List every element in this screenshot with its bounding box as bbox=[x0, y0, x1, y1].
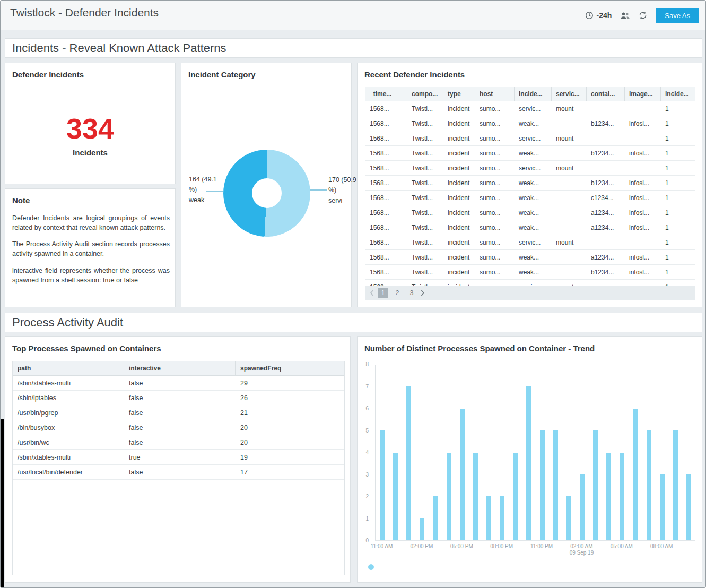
column-header[interactable]: image... bbox=[625, 87, 661, 101]
trend-bar[interactable] bbox=[647, 430, 651, 540]
trend-bar-slot bbox=[376, 365, 389, 540]
trend-bar[interactable] bbox=[660, 474, 665, 540]
table-row[interactable]: 1568...Twistl...incidentsumo...weak...b1… bbox=[365, 116, 695, 131]
table-row[interactable]: /sbin/xtables-multifalse29 bbox=[13, 376, 344, 391]
trend-bar[interactable] bbox=[406, 386, 411, 540]
table-row[interactable]: 1568...Twistl...incidentsumo...servic...… bbox=[365, 280, 695, 286]
table-row[interactable]: /sbin/xtables-multitrue19 bbox=[13, 450, 344, 465]
table-cell: Twistl... bbox=[407, 265, 443, 279]
table-row[interactable]: 1568...Twistl...incidentsumo...weak...a1… bbox=[365, 205, 695, 220]
trend-bar-slot bbox=[589, 365, 602, 540]
column-header[interactable]: compo... bbox=[407, 87, 443, 101]
page-button-3[interactable]: 3 bbox=[406, 288, 417, 298]
trend-bar[interactable] bbox=[500, 496, 504, 540]
column-header[interactable]: path bbox=[13, 361, 124, 375]
trend-bar-slot bbox=[669, 365, 682, 540]
table-row[interactable]: 1568...Twistl...incidentsumo...weak...b1… bbox=[365, 176, 695, 191]
table-row[interactable]: /sbin/iptablesfalse26 bbox=[13, 391, 344, 405]
trend-bar[interactable] bbox=[673, 430, 678, 540]
table-cell: incident bbox=[443, 116, 475, 131]
table-cell: incident bbox=[443, 146, 475, 160]
table-row[interactable]: /usr/local/bin/defenderfalse17 bbox=[13, 465, 344, 480]
trend-bar[interactable] bbox=[460, 409, 465, 540]
table-row[interactable]: 1568...Twistl...incidentsumo...servic...… bbox=[365, 161, 695, 176]
trend-bar[interactable] bbox=[380, 430, 385, 540]
column-header[interactable]: contai... bbox=[587, 87, 625, 101]
page-button-2[interactable]: 2 bbox=[392, 288, 403, 298]
refresh-icon[interactable] bbox=[639, 11, 647, 20]
table-row[interactable]: /usr/bin/pgrepfalse21 bbox=[13, 405, 344, 420]
trend-bar[interactable] bbox=[566, 496, 571, 540]
trend-bar[interactable] bbox=[620, 453, 624, 541]
table-cell: false bbox=[124, 435, 236, 449]
column-header[interactable]: type bbox=[443, 87, 475, 101]
trend-bar[interactable] bbox=[526, 386, 531, 540]
column-header[interactable]: interactive bbox=[124, 361, 236, 375]
trend-bar[interactable] bbox=[606, 453, 611, 541]
trend-bar[interactable] bbox=[580, 474, 585, 540]
trend-bar[interactable] bbox=[633, 409, 638, 540]
column-header[interactable]: spawnedFreq bbox=[236, 361, 344, 375]
table-row[interactable]: 1568...Twistl...incidentsumo...servic...… bbox=[365, 101, 695, 116]
trend-bar[interactable] bbox=[486, 496, 491, 540]
column-header[interactable]: incide... bbox=[515, 87, 552, 101]
trend-bar-slot bbox=[576, 365, 589, 540]
table-cell: false bbox=[124, 405, 236, 420]
table-cell: infosl... bbox=[625, 205, 661, 220]
trend-bar[interactable] bbox=[447, 453, 451, 541]
table-row[interactable]: 1568...Twistl...incidentsumo...weak...a1… bbox=[365, 220, 695, 235]
table-cell: Twistl... bbox=[407, 280, 443, 286]
table-cell: 1568... bbox=[365, 220, 407, 235]
table-row[interactable]: 1568...Twistl...incidentsumo...servic...… bbox=[365, 235, 695, 250]
trend-bar[interactable] bbox=[433, 496, 438, 540]
table-cell bbox=[625, 161, 661, 175]
time-range-value: -24h bbox=[597, 11, 612, 20]
trend-bar-slot bbox=[402, 365, 415, 540]
trend-bar[interactable] bbox=[513, 453, 518, 541]
x-tick-label: 05:00 PM bbox=[443, 543, 480, 549]
trend-bar[interactable] bbox=[420, 518, 424, 540]
trend-x-axis: 11:00 AM02:00 PM05:00 PM08:00 PM11:00 PM… bbox=[375, 543, 695, 559]
trend-bar-slot bbox=[629, 365, 642, 540]
table-cell: 1568... bbox=[365, 161, 407, 175]
trend-bar[interactable] bbox=[686, 474, 691, 540]
column-header[interactable]: _time... bbox=[365, 87, 407, 101]
trend-bar[interactable] bbox=[540, 430, 545, 540]
table-cell: 1568... bbox=[365, 146, 407, 160]
save-as-button[interactable]: Save As bbox=[656, 8, 699, 23]
page-button-1[interactable]: 1 bbox=[378, 288, 388, 298]
trend-bar[interactable] bbox=[473, 453, 478, 541]
table-row[interactable]: 1568...Twistl...incidentsumo...weak...c1… bbox=[365, 191, 695, 205]
share-users-icon[interactable] bbox=[620, 12, 630, 20]
y-tick-label: 1 bbox=[365, 516, 369, 522]
trend-bar[interactable] bbox=[553, 430, 558, 540]
table-row[interactable]: 1568...Twistl...incidentsumo...weak...b1… bbox=[365, 146, 695, 161]
table-cell: 1 bbox=[661, 250, 695, 264]
table-row[interactable]: 1568...Twistl...incidentsumo...servic...… bbox=[365, 131, 695, 146]
column-header[interactable]: incide... bbox=[661, 87, 695, 101]
table-cell: infosl... bbox=[625, 250, 661, 264]
table-row[interactable]: 1568...Twistl...incidentsumo...weak...b1… bbox=[365, 265, 695, 280]
background-artifact bbox=[1, 419, 4, 588]
table-row[interactable]: 1568...Twistl...incidentsumo...weak...a1… bbox=[365, 250, 695, 265]
table-cell: incident bbox=[443, 235, 475, 249]
table-cell: 1 bbox=[661, 116, 695, 131]
trend-legend-dot[interactable] bbox=[368, 564, 374, 570]
table-cell: incident bbox=[443, 176, 475, 190]
column-header[interactable]: servic... bbox=[552, 87, 587, 101]
table-cell: false bbox=[124, 376, 236, 390]
section-header-incidents: Incidents - Reveal Known Attack Patterns bbox=[5, 38, 702, 58]
next-page-icon[interactable] bbox=[421, 290, 425, 296]
table-row[interactable]: /bin/busyboxfalse20 bbox=[13, 420, 344, 435]
column-header[interactable]: host bbox=[475, 87, 515, 101]
recent-incidents-header: _time...compo...typehostincide...servic.… bbox=[365, 87, 695, 101]
x-tick-label: 02:00 AM09 Sep 19 bbox=[563, 543, 600, 556]
prev-page-icon[interactable] bbox=[370, 290, 374, 296]
time-range-control[interactable]: -24h bbox=[585, 11, 612, 20]
table-row[interactable]: /usr/bin/wcfalse20 bbox=[13, 435, 344, 450]
trend-bar[interactable] bbox=[593, 430, 598, 540]
table-cell: /sbin/xtables-multi bbox=[13, 450, 124, 464]
trend-bar[interactable] bbox=[393, 453, 398, 541]
table-cell: weak... bbox=[515, 250, 552, 264]
table-cell: infosl... bbox=[625, 116, 661, 131]
